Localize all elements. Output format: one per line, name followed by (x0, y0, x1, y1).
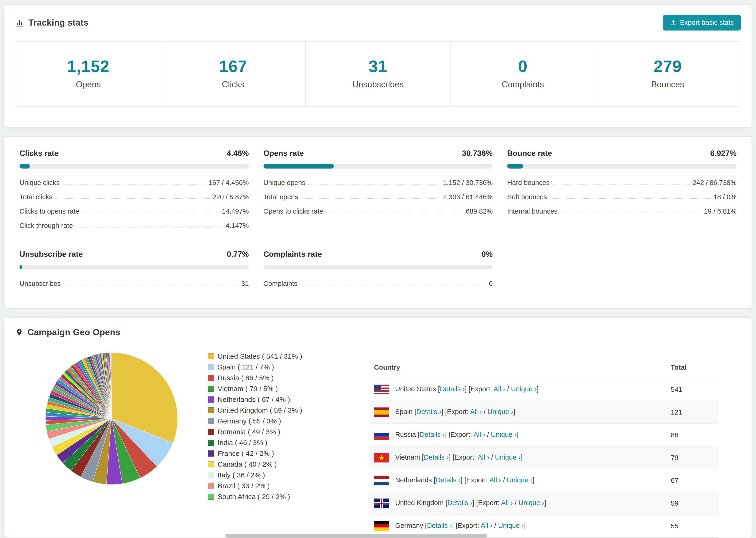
bracket: ] (460, 476, 462, 484)
slash: / (492, 522, 498, 529)
rate-value: 4.46% (227, 149, 249, 158)
rate-title: Clicks rate (20, 149, 59, 158)
geo-card-head: Campaign Geo Opens (4, 318, 752, 345)
details-link[interactable]: Details › (436, 476, 460, 484)
country-cell: Spain [Details ›] [Export: All › / Uniqu… (370, 401, 667, 424)
details-link[interactable]: Details › (427, 522, 452, 529)
legend-label: Spain ( 121 / 7% ) (218, 363, 274, 371)
bar-chart-icon (15, 18, 24, 27)
dotted-leader (553, 184, 690, 185)
country-name: Germany (395, 522, 423, 529)
rate-row-label: Total clicks (20, 193, 52, 201)
slash: / (505, 385, 511, 393)
export-unique-link[interactable]: Unique › (511, 385, 537, 393)
details-link[interactable]: Details › (440, 385, 465, 393)
rate-rows: Hard bounces242 / 86.738%Soft bounces18 … (507, 176, 736, 219)
legend-label: Russia ( 86 / 5% ) (218, 374, 274, 382)
geo-table: Country Total United States [Details ›] … (370, 357, 718, 538)
export-label: [Export: (476, 499, 501, 507)
legend-label: France ( 42 / 2% ) (218, 450, 274, 457)
geo-table-row-united-states: United States [Details ›] [Export: All ›… (370, 378, 718, 401)
rate-row: Internal bounces19 / 6.81% (507, 204, 736, 219)
legend-swatch (208, 461, 214, 467)
stat-unsubscribes: 31Unsubscribes (305, 41, 450, 106)
tracking-stats-page: Tracking stats Export basic stats 1,152O… (0, 0, 756, 538)
stat-label: Unsubscribes (306, 80, 450, 89)
stat-value: 167 (161, 57, 305, 76)
rate-row-value: 14.497% (222, 207, 249, 215)
slash: / (485, 431, 491, 438)
export-basic-stats-button[interactable]: Export basic stats (663, 15, 741, 30)
export-unique-link[interactable]: Unique › (498, 522, 524, 529)
stat-value: 31 (306, 57, 450, 76)
rate-title: Complaints rate (263, 250, 322, 259)
rate-head: Clicks rate4.46% (20, 149, 249, 158)
progress-bar (263, 164, 493, 169)
legend-label: United Kingdom ( 59 / 3% ) (218, 406, 302, 414)
export-all-link[interactable]: All › (494, 385, 505, 393)
export-label: [Export: (464, 476, 489, 484)
slash: / (501, 476, 507, 484)
rate-panel-clicks-rate: Clicks rate4.46%Unique clicks167 / 4.456… (20, 149, 249, 233)
export-all-link[interactable]: All › (470, 408, 482, 415)
flag-gb-icon (374, 498, 389, 508)
flag-nl-icon (374, 476, 389, 485)
export-unique-link[interactable]: Unique › (491, 431, 517, 438)
export-unique-link[interactable]: Unique › (518, 499, 544, 507)
rate-row-value: 19 / 6.81% (704, 207, 736, 215)
dotted-leader (300, 285, 486, 286)
details-link[interactable]: Details › (424, 454, 449, 461)
legend-swatch (208, 353, 214, 359)
bracket: ] (472, 499, 474, 507)
legend-swatch (208, 375, 214, 381)
map-pin-icon (15, 328, 23, 337)
export-unique-link[interactable]: Unique › (487, 408, 513, 415)
flag-vn-icon (374, 453, 389, 463)
rate-rows: Unique opens1,152 / 30.736%Total opens2,… (263, 176, 493, 219)
rate-panel-complaints-rate: Complaints rate0%Complaints0 (263, 250, 493, 291)
rate-row: Total clicks220 / 5.87% (20, 190, 249, 204)
legend-label: India ( 46 / 3% ) (218, 439, 267, 447)
details-link[interactable]: Details › (447, 499, 472, 507)
stat-label: Clicks (161, 80, 305, 89)
legend-swatch (208, 494, 214, 500)
rate-row-value: 220 / 5.87% (212, 193, 249, 201)
rate-row: Unique clicks167 / 4.456% (20, 176, 249, 190)
rate-row-label: Internal bounces (507, 207, 557, 215)
country-cell: Vietnam [Details ›] [Export: All › / Uni… (370, 447, 667, 469)
details-link[interactable]: Details › (420, 431, 445, 438)
export-unique-link[interactable]: Unique › (507, 476, 533, 484)
bracket: ] (524, 522, 526, 529)
export-all-link[interactable]: All › (489, 476, 501, 484)
country-name: Russia (395, 431, 416, 438)
flag-de-icon (374, 521, 389, 531)
export-all-link[interactable]: All › (473, 431, 485, 438)
rate-head: Bounce rate6.927% (507, 149, 736, 158)
export-all-link[interactable]: All › (501, 499, 513, 507)
legend-item-canada: Canada ( 40 / 2% ) (208, 460, 318, 468)
legend-label: Romania ( 49 / 3% ) (218, 428, 280, 436)
export-all-link[interactable]: All › (477, 454, 489, 461)
rate-row-value: 4.147% (226, 222, 249, 230)
bracket: ] (516, 431, 518, 438)
export-unique-link[interactable]: Unique › (495, 454, 521, 461)
rate-row: Total opens2,303 / 61.446% (263, 190, 493, 204)
country-name: Vietnam (395, 454, 420, 461)
country-name: Spain (395, 408, 412, 415)
geo-table-row-united-kingdom: United Kingdom [Details ›] [Export: All … (370, 492, 718, 515)
bracket: ] (445, 431, 447, 438)
export-icon (670, 20, 676, 26)
rate-row: Clicks to opens rate14.497% (20, 204, 249, 219)
details-link[interactable]: Details › (416, 408, 441, 415)
stat-bounces: 279Bounces (595, 41, 740, 106)
rate-title: Bounce rate (507, 149, 552, 158)
export-label: [Export: (453, 454, 477, 461)
rate-row: Click through rate4.147% (20, 219, 249, 233)
progress-bar (20, 164, 249, 169)
export-all-link[interactable]: All › (481, 522, 492, 529)
export-label: [Export: (469, 385, 494, 393)
country-cell: United States [Details ›] [Export: All ›… (370, 378, 667, 401)
geo-table-header-row: Country Total (370, 357, 718, 378)
rate-row-label: Soft bounces (507, 193, 547, 201)
horizontal-scrollbar[interactable] (225, 534, 487, 538)
